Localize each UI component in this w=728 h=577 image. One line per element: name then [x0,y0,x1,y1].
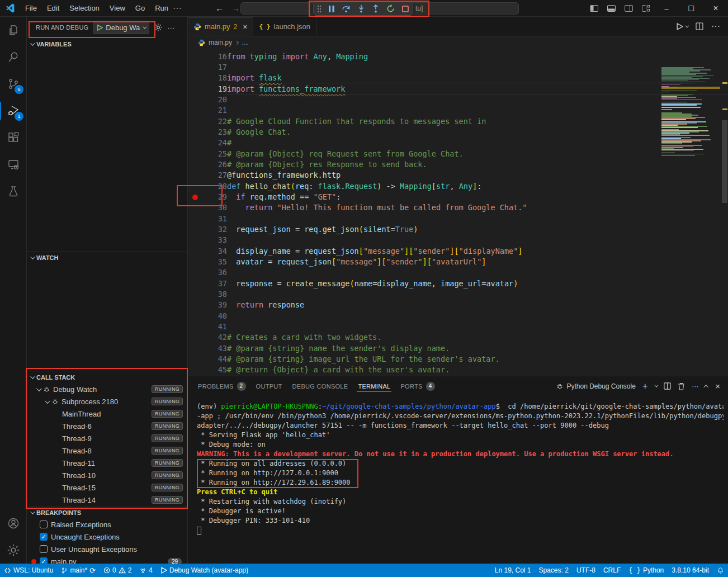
run-python-file-button[interactable] [676,23,688,30]
call-stack-row[interactable]: Thread-9RUNNING [27,432,187,444]
variables-section-header[interactable]: VARIABLES [27,38,187,50]
kill-terminal-icon[interactable] [678,382,685,390]
maximize-button[interactable]: ☐ [679,0,703,17]
indentation[interactable]: Spaces: 2 [535,564,573,577]
code-line[interactable]: 38 [188,288,728,299]
activity-source-control-icon[interactable]: 5 [0,70,27,97]
code-line[interactable]: 19import functions_framework [188,83,728,94]
gutter[interactable]: 28 [188,182,227,191]
tab-launch-json[interactable]: { } launch.json [253,17,316,36]
cursor-position[interactable]: Ln 19, Col 1 [491,564,535,577]
new-terminal-icon[interactable]: + [642,381,647,391]
editor-scrollbar[interactable] [721,49,728,376]
customize-layout-icon[interactable] [642,5,650,12]
gutter[interactable]: 40 [188,311,227,320]
code-line[interactable]: 22# Google Cloud Function that responds … [188,116,728,126]
debug-session-indicator[interactable]: Debug Watch (avatar-app) [157,564,252,577]
chevron-down-icon[interactable] [655,384,659,387]
code-line[interactable]: 23# Google Chat. [188,126,728,137]
maximize-panel-icon[interactable] [704,385,708,389]
debug-step-into-button[interactable] [357,4,365,13]
gutter[interactable]: 43 [188,344,227,353]
code-line[interactable]: 16from typing import Any, Mapping [188,51,728,62]
call-stack-row[interactable]: Thread-8RUNNING [27,444,187,457]
panel-tab-ports[interactable]: PORTS4 [397,377,438,396]
menu-overflow[interactable]: ··· [173,3,182,13]
debug-step-out-button[interactable] [372,4,380,13]
tab-close-icon[interactable]: × [243,22,247,31]
watch-section-header[interactable]: WATCH [27,251,187,263]
python-interpreter[interactable]: 3.8.10 64-bit [668,564,713,577]
code-line[interactable]: 35 avatar = request_json["message"]["sen… [188,256,728,267]
ports-indicator[interactable]: 4 [135,564,157,577]
code-line[interactable]: 29 if req.method == "GET": [188,191,728,202]
gutter[interactable]: 38 [188,290,227,299]
menu-view[interactable]: View [105,2,130,14]
code-line[interactable]: 21 [188,105,728,116]
gutter[interactable]: 30 [188,203,227,212]
split-editor-icon[interactable] [696,22,703,30]
menu-edit[interactable]: Edit [42,2,64,14]
scrollbar-slider[interactable] [722,120,727,203]
code-line[interactable]: 39 return response [188,300,728,310]
terminal-instance-label[interactable]: Python Debug Console [556,382,635,390]
editor-more-actions[interactable]: ··· [711,21,720,31]
gutter[interactable]: 21 [188,106,227,115]
breadcrumb-more[interactable]: … [242,39,248,46]
panel-tab-debug-console[interactable]: DEBUG CONSOLE [289,378,352,395]
call-stack-row[interactable]: Thread-10RUNNING [27,469,187,481]
code-line[interactable]: 17 [188,62,728,72]
toggle-panel-icon[interactable] [607,5,616,12]
breakpoint-row[interactable]: ✓main.py29 [27,555,187,564]
activity-remote-explorer-icon[interactable] [0,151,27,178]
breakpoint-glyph[interactable] [192,195,198,200]
panel-tab-output[interactable]: OUTPUT [253,378,286,395]
menu-go[interactable]: Go [131,2,149,14]
gutter[interactable]: 41 [188,322,227,331]
debug-pause-button[interactable] [328,5,335,13]
code-line[interactable]: 34 display_name = request_json["message"… [188,245,728,256]
breadcrumb-file[interactable]: main.py [209,39,232,46]
tab-main-py[interactable]: main.py 2 × [188,17,253,36]
call-stack-row[interactable]: Thread-14RUNNING [27,494,187,506]
code-line[interactable]: 42# Creates a card with two widgets. [188,332,728,343]
encoding[interactable]: UTF-8 [573,564,599,577]
code-line[interactable]: 37 response = create_message(name=displa… [188,278,728,288]
activity-explorer-icon[interactable] [0,17,27,44]
menu-selection[interactable]: Selection [65,2,103,14]
code-line[interactable]: 40 [188,310,728,321]
code-line[interactable]: 24# [188,138,728,148]
call-stack-row[interactable]: Thread-15RUNNING [27,481,187,494]
code-line[interactable]: 26# @param {Object} res Response to send… [188,159,728,169]
code-line[interactable]: 27@functions_framework.http [188,170,728,181]
gutter[interactable]: 44 [188,354,227,363]
gutter[interactable]: 17 [188,63,227,72]
code-line[interactable]: 18import flask [188,73,728,83]
menu-run[interactable]: Run [150,2,173,14]
code-line[interactable]: 32 request_json = req.get_json(silent=Tr… [188,224,728,234]
breakpoint-checkbox[interactable]: ✓ [40,533,48,541]
code-line[interactable]: 41 [188,321,728,332]
gutter[interactable]: 22 [188,117,227,126]
terminal-output[interactable]: (env) pierrick@LAPTOP-HKU5PNNG:~/git/goo… [197,403,724,564]
gutter[interactable]: 23 [188,127,227,136]
code-line[interactable]: 44# @param {string} image_url the URL fo… [188,353,728,364]
close-window-button[interactable]: × [703,0,728,17]
sidebar-more-actions[interactable]: ··· [167,23,174,32]
git-branch-indicator[interactable]: main* ⟳ [57,564,100,577]
gutter[interactable]: 26 [188,160,227,169]
activity-extensions-icon[interactable] [0,124,27,151]
gutter[interactable]: 25 [188,149,227,158]
gutter[interactable]: 32 [188,225,227,234]
toggle-secondary-sidebar-icon[interactable] [625,5,633,12]
gutter[interactable]: 29 [188,192,227,201]
close-panel-icon[interactable]: × [715,381,720,391]
gutter[interactable]: 24 [188,138,227,147]
code-line[interactable]: 30 return "Hello! This function must be … [188,202,728,213]
gutter[interactable]: 18 [188,73,227,82]
gutter[interactable]: 37 [188,279,227,288]
debug-config-dropdown[interactable]: Debug Wa [93,21,149,34]
panel-more-actions[interactable]: ··· [692,382,698,390]
breakpoints-section-header[interactable]: BREAKPOINTS [27,506,187,518]
gutter[interactable]: 35 [188,257,227,266]
